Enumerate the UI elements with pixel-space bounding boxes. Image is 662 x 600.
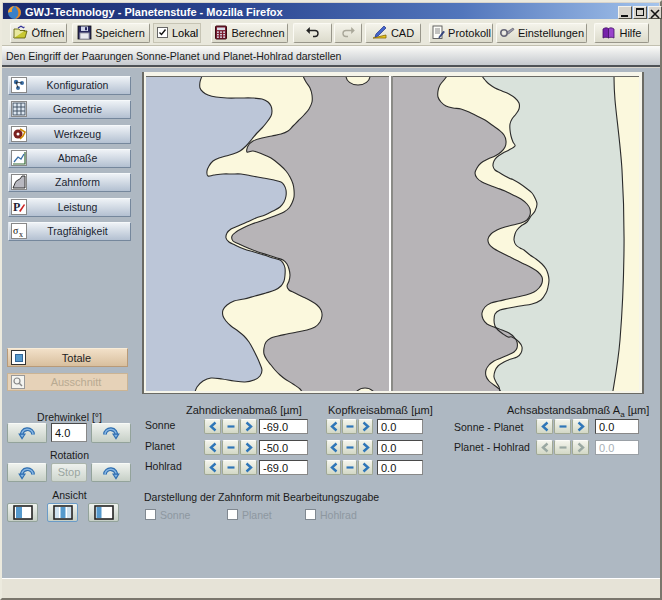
svg-text:x: x <box>19 230 23 238</box>
svg-text:P: P <box>13 200 20 214</box>
